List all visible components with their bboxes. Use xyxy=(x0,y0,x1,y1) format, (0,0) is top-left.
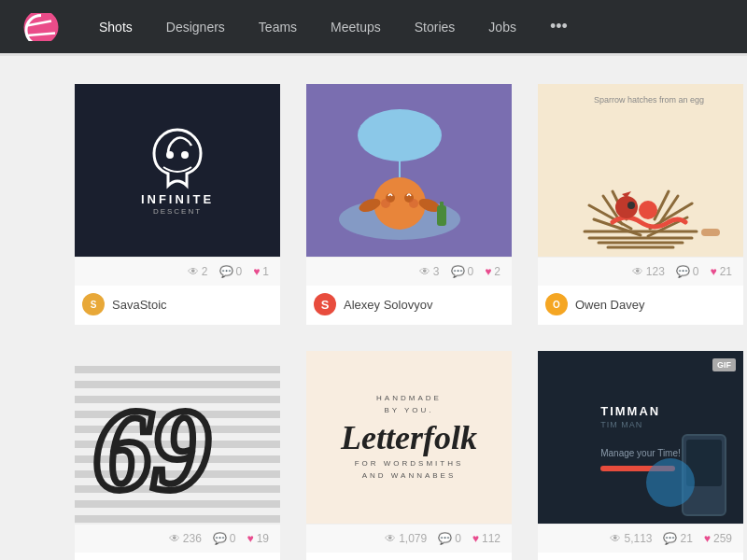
shot-stats: 👁 5,113 💬 21 ♥ 259 xyxy=(538,524,743,553)
shot-author: F Farhan Razak xyxy=(538,553,743,560)
nav-links: Shots Designers Teams Meetups Stories Jo… xyxy=(82,0,585,53)
views-count: 1,079 xyxy=(399,532,427,545)
comment-icon: 💬 xyxy=(219,265,233,278)
shot-stats: 👁 1,079 💬 0 ♥ 112 xyxy=(306,524,512,553)
heart-icon: ♥ xyxy=(247,532,254,545)
comment-icon: 💬 xyxy=(663,532,677,545)
nav-shots[interactable]: Shots xyxy=(82,0,149,53)
views-count: 3 xyxy=(433,265,440,278)
shot-thumbnail[interactable]: HANDMADE BY YOU. Letterfolk FOR WORDSMIT… xyxy=(306,351,512,524)
views-stat: 👁 5,113 xyxy=(610,532,652,545)
views-stat: 👁 236 xyxy=(169,532,202,545)
likes-stat: ♥ 1 xyxy=(253,265,269,278)
svg-text:69: 69 xyxy=(93,385,210,514)
card1-title: INFINITE xyxy=(141,192,214,206)
views-stat: 👁 1,079 xyxy=(385,532,427,545)
views-stat: 👁 123 xyxy=(632,265,665,278)
shot-thumbnail[interactable]: GIF TIMMAN TIM MAN Manage your Time! xyxy=(538,351,743,524)
shots-grid: INFINITE DESCENT 👁 2 💬 0 ♥ 1 xyxy=(75,84,672,560)
comment-icon: 💬 xyxy=(213,532,227,545)
shot-thumbnail[interactable] xyxy=(306,84,512,257)
letterfolk-line4: AND WANNABES xyxy=(362,471,457,480)
comments-stat: 💬 0 xyxy=(676,265,699,278)
heart-icon: ♥ xyxy=(472,532,479,545)
comments-count: 0 xyxy=(693,265,699,278)
eye-icon: 👁 xyxy=(610,532,621,545)
author-avatar: S xyxy=(314,293,336,315)
svg-point-13 xyxy=(381,199,390,208)
shot-card: Sparrow hatches from an egg 👁 123 💬 0 ♥ … xyxy=(538,84,743,325)
shot-card: 👁 3 💬 0 ♥ 2 S Alexey Solovyov xyxy=(306,84,512,325)
nav-jobs[interactable]: Jobs xyxy=(472,0,533,53)
author-name[interactable]: Owen Davey xyxy=(575,298,644,312)
shot-thumbnail[interactable]: Sparrow hatches from an egg xyxy=(538,84,743,257)
svg-rect-17 xyxy=(437,205,446,226)
author-avatar: O xyxy=(545,293,568,315)
heart-icon: ♥ xyxy=(704,532,711,545)
nav-teams[interactable]: Teams xyxy=(242,0,314,53)
heart-icon: ♥ xyxy=(711,265,717,278)
nav-designers[interactable]: Designers xyxy=(149,0,242,53)
nav-stories[interactable]: Stories xyxy=(398,0,472,53)
comments-stat: 💬 21 xyxy=(663,532,692,545)
card1-subtitle: DESCENT xyxy=(153,207,202,216)
eye-icon: 👁 xyxy=(188,265,199,278)
logo[interactable] xyxy=(22,13,60,41)
author-name[interactable]: Alexey Solovyov xyxy=(344,298,432,312)
main-content: INFINITE DESCENT 👁 2 💬 0 ♥ 1 xyxy=(0,56,747,560)
comments-stat: 💬 0 xyxy=(219,265,243,278)
nav-more[interactable]: ••• xyxy=(533,0,585,53)
eye-icon: 👁 xyxy=(419,265,430,278)
shot-card: GIF TIMMAN TIM MAN Manage your Time! xyxy=(538,351,743,560)
heart-icon: ♥ xyxy=(253,265,260,278)
likes-count: 2 xyxy=(494,265,500,278)
shot-author: M Mateusz Nieckarz xyxy=(75,553,280,560)
letterfolk-line2: BY YOU. xyxy=(384,406,433,414)
likes-count: 112 xyxy=(482,532,500,545)
comments-count: 0 xyxy=(468,265,474,278)
likes-count: 259 xyxy=(713,532,732,545)
likes-stat: ♥ 21 xyxy=(711,265,732,278)
comments-count: 0 xyxy=(236,265,243,278)
svg-text:Sparrow hatches from an egg: Sparrow hatches from an egg xyxy=(594,95,704,105)
comment-icon: 💬 xyxy=(438,532,452,545)
timman-manage: Manage your Time! xyxy=(600,448,681,458)
decoration-circle xyxy=(646,458,695,507)
nav-meetups[interactable]: Meetups xyxy=(314,0,398,53)
comment-icon: 💬 xyxy=(451,265,465,278)
views-count: 236 xyxy=(183,532,202,545)
likes-stat: ♥ 259 xyxy=(704,532,732,545)
views-stat: 👁 2 xyxy=(188,265,208,278)
views-stat: 👁 3 xyxy=(419,265,440,278)
eye-icon: 👁 xyxy=(632,265,643,278)
timman-subtitle: TIM MAN xyxy=(600,420,681,429)
shot-stats: 👁 123 💬 0 ♥ 21 xyxy=(538,257,743,286)
shot-stats: 👁 3 💬 0 ♥ 2 xyxy=(306,257,512,286)
eye-icon: 👁 xyxy=(169,532,180,545)
author-name[interactable]: SavaStoic xyxy=(112,298,167,312)
svg-point-4 xyxy=(181,151,189,159)
comments-count: 21 xyxy=(680,532,692,545)
likes-stat: ♥ 19 xyxy=(247,532,269,545)
svg-rect-35 xyxy=(701,229,720,236)
views-count: 123 xyxy=(646,265,665,278)
likes-stat: ♥ 112 xyxy=(472,532,500,545)
comments-count: 0 xyxy=(455,532,461,545)
views-count: 5,113 xyxy=(624,532,652,545)
views-count: 2 xyxy=(202,265,208,278)
svg-rect-18 xyxy=(440,202,444,207)
shot-card: 69 69 xyxy=(75,351,280,560)
likes-count: 19 xyxy=(257,532,269,545)
likes-stat: ♥ 2 xyxy=(485,265,500,278)
shot-thumbnail[interactable]: 69 69 xyxy=(75,351,280,524)
shot-author: S SavaStoic xyxy=(75,286,280,325)
comments-count: 0 xyxy=(230,532,236,545)
shot-card: HANDMADE BY YOU. Letterfolk FOR WORDSMIT… xyxy=(306,351,512,560)
shot-card: INFINITE DESCENT 👁 2 💬 0 ♥ 1 xyxy=(75,84,280,325)
author-avatar: S xyxy=(82,293,105,315)
letterfolk-line3: FOR WORDSMITHS xyxy=(355,459,464,468)
shot-stats: 👁 2 💬 0 ♥ 1 xyxy=(75,257,280,286)
comments-stat: 💬 0 xyxy=(213,532,236,545)
shot-thumbnail[interactable]: INFINITE DESCENT xyxy=(75,84,280,257)
comment-icon: 💬 xyxy=(676,265,690,278)
